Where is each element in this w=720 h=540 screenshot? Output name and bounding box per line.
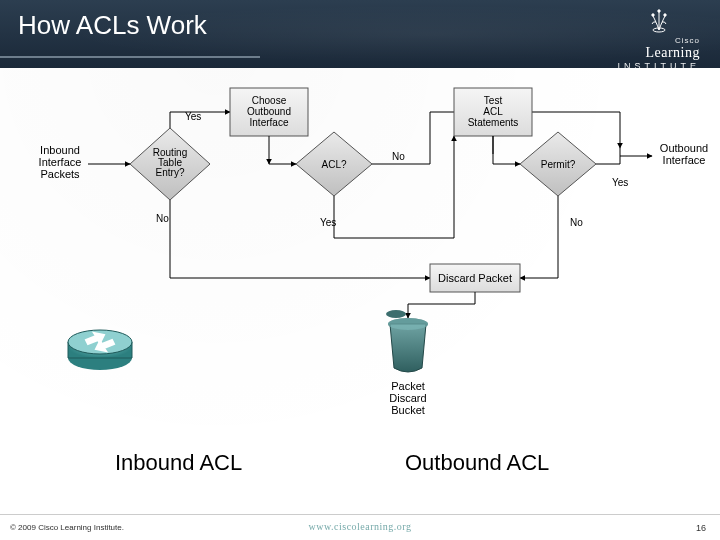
page-number: 16 [696,523,706,533]
text: Packet [391,380,425,392]
footer-url: www.ciscolearning.org [309,521,412,532]
slide-title: How ACLs Work [0,0,720,41]
text: Statements [468,117,519,128]
node-acl-decision: ACL? [296,132,372,196]
node-inbound-packets: InboundInterfacePackets [39,144,82,180]
text: Inbound [40,144,80,156]
text: Outbound [247,106,291,117]
edge-label-yes3: Yes [612,177,628,188]
title-underline [0,56,260,58]
text: Bucket [391,404,425,416]
text: Discard Packet [438,272,512,284]
brand-logo: Cisco Learning INSTITUTE [618,6,701,71]
trash-bucket-icon [386,310,428,372]
slide-footer: © 2009 Cisco Learning Institute. www.cis… [0,514,720,540]
svg-point-16 [388,318,428,330]
text: Test [484,95,503,106]
text: ACL [483,106,503,117]
text: Permit? [541,159,576,170]
text: Packets [40,168,80,180]
text: Interface [39,156,82,168]
bucket-label: PacketDiscardBucket [389,380,426,416]
slide-header: How ACLs Work Cisco Learning INSTITUTE [0,0,720,68]
node-routing-decision: RoutingTableEntry? [130,128,210,200]
text: ACL? [321,159,346,170]
edge-discard-bucket [408,292,475,318]
text: Entry? [156,167,185,178]
edge-label-no: No [392,151,405,162]
router-icon [68,330,132,370]
logo-text-main: Learning [618,45,701,61]
svg-point-1 [652,14,654,16]
svg-text:InboundInterfacePackets: InboundInterfacePackets [39,144,82,180]
node-test-acl: TestACLStatements [454,88,532,136]
text: Choose [252,95,287,106]
edge-test-right [493,136,520,164]
copyright-text: © 2009 Cisco Learning Institute. [10,523,124,532]
node-discard-packet: Discard Packet [430,264,520,292]
svg-text:PacketDiscardBucket: PacketDiscardBucket [389,380,426,416]
svg-point-2 [658,10,660,12]
flow-diagram: InboundInterfacePackets RoutingTableEntr… [0,68,720,468]
node-choose-interface: ChooseOutboundInterface [230,88,308,136]
text: Discard [389,392,426,404]
edge-label-no3: No [156,213,169,224]
text: Interface [663,154,706,166]
section-heading-outbound: Outbound ACL [405,450,549,476]
svg-point-17 [386,310,406,318]
text: Outbound [660,142,708,154]
text: Interface [250,117,289,128]
section-heading-inbound: Inbound ACL [115,450,242,476]
logo-text-top: Cisco [618,36,701,45]
plant-icon [645,6,673,34]
edge-permit-no [520,196,558,278]
node-permit-decision: Permit? [520,132,596,196]
svg-text:ChooseOutboundInterface: ChooseOutboundInterface [247,95,291,128]
node-outbound-interface: OutboundInterface [660,142,708,166]
edge-routing-no [170,200,430,278]
edge-label-no2: No [570,217,583,228]
svg-point-3 [664,14,666,16]
edge-label-yes: Yes [185,111,201,122]
svg-text:OutboundInterface: OutboundInterface [660,142,708,166]
